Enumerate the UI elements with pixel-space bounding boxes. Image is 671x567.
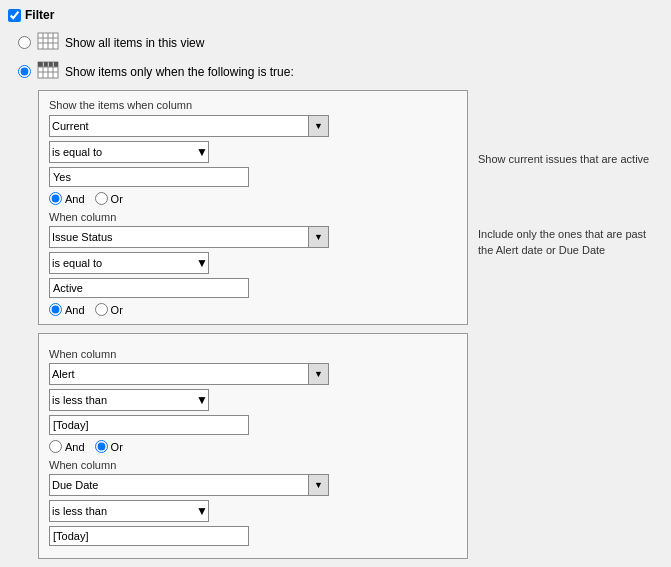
block1-condition-arrow[interactable]: ▼ xyxy=(196,145,208,159)
block4-condition-select[interactable]: is equal to is not equal to is less than… xyxy=(50,501,196,521)
svg-rect-8 xyxy=(44,62,48,67)
grid-icon-empty xyxy=(37,32,59,53)
svg-rect-9 xyxy=(49,62,53,67)
block2-condition-row: is equal to is not equal to is less than… xyxy=(49,252,457,274)
svg-rect-10 xyxy=(54,62,58,67)
block3-column-row: Current Issue Status Alert Due Date ▼ xyxy=(49,363,457,385)
block2-or-radio[interactable] xyxy=(95,303,108,316)
filter-group-1-2: Show the items when column Current Issue… xyxy=(38,90,468,325)
filter-checkbox[interactable] xyxy=(8,9,21,22)
radio-when[interactable] xyxy=(18,65,31,78)
block4-value-input[interactable] xyxy=(49,526,249,546)
block3-value-row xyxy=(49,415,457,435)
block1-or-radio[interactable] xyxy=(95,192,108,205)
filter-block-2: When column Current Issue Status Alert D… xyxy=(49,211,457,316)
block1-or-label: Or xyxy=(95,192,123,205)
block3-andor-row: And Or xyxy=(49,440,457,453)
block4-column-arrow[interactable]: ▼ xyxy=(308,475,328,495)
block1-column-select[interactable]: Current Issue Status Alert Due Date xyxy=(50,116,308,136)
filter-block-1: Show the items when column Current Issue… xyxy=(49,99,457,205)
block2-and-label: And xyxy=(49,303,85,316)
block1-column-row: Current Issue Status Alert Due Date ▼ xyxy=(49,115,457,137)
block2-and-radio[interactable] xyxy=(49,303,62,316)
block4-column-row: Current Issue Status Alert Due Date ▼ xyxy=(49,474,457,496)
block1-condition-select-wrapper[interactable]: is equal to is not equal to is less than… xyxy=(49,141,209,163)
block1-andor-row: And Or xyxy=(49,192,457,205)
block1-and-label: And xyxy=(49,192,85,205)
block4-condition-row: is equal to is not equal to is less than… xyxy=(49,500,457,522)
right-panel: Show current issues that are active Incl… xyxy=(468,32,663,567)
when-column-label-4: When column xyxy=(49,459,457,471)
block1-value-input[interactable] xyxy=(49,167,249,187)
show-column-label: Show the items when column xyxy=(49,99,457,111)
filter-block-3: When column Current Issue Status Alert D… xyxy=(49,348,457,453)
filter-title: Filter xyxy=(25,8,54,22)
radio-all-label: Show all items in this view xyxy=(65,36,204,50)
grid-icon-filled xyxy=(37,61,59,82)
filter-group-3-4: When column Current Issue Status Alert D… xyxy=(38,333,468,559)
block2-andor-row: And Or xyxy=(49,303,457,316)
block3-or-radio[interactable] xyxy=(95,440,108,453)
main-container: Filter Show all items in th xyxy=(0,0,671,567)
block3-or-label: Or xyxy=(95,440,123,453)
block2-condition-arrow[interactable]: ▼ xyxy=(196,256,208,270)
block2-column-select-wrapper[interactable]: Current Issue Status Alert Due Date ▼ xyxy=(49,226,329,248)
filter-block-4: When column Current Issue Status Alert D… xyxy=(49,459,457,546)
radio-row-2: Show items only when the following is tr… xyxy=(18,61,468,82)
block4-condition-select-wrapper[interactable]: is equal to is not equal to is less than… xyxy=(49,500,209,522)
block3-column-select[interactable]: Current Issue Status Alert Due Date xyxy=(50,364,308,384)
block3-condition-select[interactable]: is equal to is not equal to is less than… xyxy=(50,390,196,410)
note-2: Include only the ones that are past the … xyxy=(478,227,663,258)
radio-when-label: Show items only when the following is tr… xyxy=(65,65,294,79)
svg-rect-7 xyxy=(38,62,43,67)
block1-condition-row: is equal to is not equal to is less than… xyxy=(49,141,457,163)
note-1: Show current issues that are active xyxy=(478,152,663,167)
block1-column-select-wrapper[interactable]: Current Issue Status Alert Due Date ▼ xyxy=(49,115,329,137)
block2-or-label: Or xyxy=(95,303,123,316)
block2-condition-select[interactable]: is equal to is not equal to is less than… xyxy=(50,253,196,273)
block2-column-row: Current Issue Status Alert Due Date ▼ xyxy=(49,226,457,248)
block4-column-select-wrapper[interactable]: Current Issue Status Alert Due Date ▼ xyxy=(49,474,329,496)
block3-column-arrow[interactable]: ▼ xyxy=(308,364,328,384)
block2-condition-select-wrapper[interactable]: is equal to is not equal to is less than… xyxy=(49,252,209,274)
block3-condition-row: is equal to is not equal to is less than… xyxy=(49,389,457,411)
block3-value-input[interactable] xyxy=(49,415,249,435)
radio-row-1: Show all items in this view xyxy=(18,32,468,53)
block1-value-row xyxy=(49,167,457,187)
block4-column-select[interactable]: Current Issue Status Alert Due Date xyxy=(50,475,308,495)
block1-and-radio[interactable] xyxy=(49,192,62,205)
when-column-label-3: When column xyxy=(49,348,457,360)
block2-value-row xyxy=(49,278,457,298)
block3-condition-arrow[interactable]: ▼ xyxy=(196,393,208,407)
block3-and-radio[interactable] xyxy=(49,440,62,453)
left-panel: Show all items in this view xyxy=(8,32,468,567)
block1-condition-select[interactable]: is equal to is not equal to is less than… xyxy=(50,142,196,162)
block3-and-label: And xyxy=(49,440,85,453)
block3-condition-select-wrapper[interactable]: is equal to is not equal to is less than… xyxy=(49,389,209,411)
block2-column-arrow[interactable]: ▼ xyxy=(308,227,328,247)
block2-value-input[interactable] xyxy=(49,278,249,298)
content-area: Show all items in this view xyxy=(8,32,663,567)
radio-all[interactable] xyxy=(18,36,31,49)
block1-column-arrow[interactable]: ▼ xyxy=(308,116,328,136)
block3-column-select-wrapper[interactable]: Current Issue Status Alert Due Date ▼ xyxy=(49,363,329,385)
block4-value-row xyxy=(49,526,457,546)
when-column-label-2: When column xyxy=(49,211,457,223)
filter-header: Filter xyxy=(8,8,663,22)
block4-condition-arrow[interactable]: ▼ xyxy=(196,504,208,518)
block2-column-select[interactable]: Current Issue Status Alert Due Date xyxy=(50,227,308,247)
